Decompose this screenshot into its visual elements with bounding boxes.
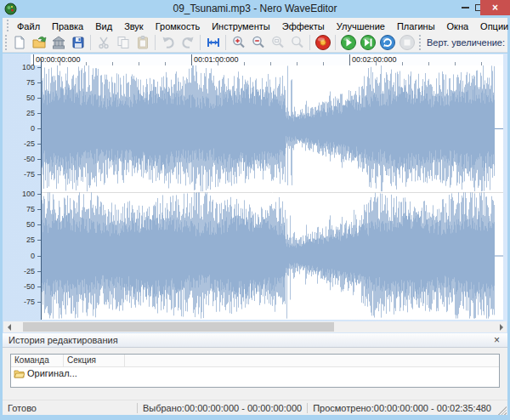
- menu-item-4[interactable]: Звук: [118, 20, 150, 33]
- record-icon: [314, 34, 332, 51]
- menu-item-2[interactable]: Правка: [46, 20, 89, 33]
- paste-icon: [135, 35, 150, 50]
- minimize-button[interactable]: [459, 0, 471, 15]
- close-button[interactable]: ×: [480, 0, 510, 15]
- axis-tick: [37, 209, 41, 210]
- audio-bank-icon: [51, 35, 66, 50]
- history-column-2[interactable]: Секция: [64, 355, 125, 366]
- titlebar: 09_Tsunami.mp3 - Nero WaveEditor ×: [0, 0, 510, 18]
- axis-label: 75: [6, 205, 35, 213]
- history-command: Оригинал...: [27, 368, 77, 378]
- menu-item-3[interactable]: Вид: [89, 20, 118, 33]
- stop-icon: [399, 34, 416, 51]
- axis-tick: [37, 128, 41, 129]
- history-column-1[interactable]: Команда: [11, 355, 64, 366]
- record-button[interactable]: [313, 34, 332, 52]
- open-icon: [31, 35, 47, 50]
- time-ruler[interactable]: 00:00:00:00000:01:00:00000:02:00:000: [31, 54, 503, 65]
- save-button[interactable]: [68, 34, 88, 52]
- menu-item-7[interactable]: Эффекты: [276, 20, 331, 33]
- scroll-right-arrow-icon[interactable]: [496, 321, 507, 332]
- play-icon: [340, 34, 357, 51]
- zoom-in-button[interactable]: [229, 34, 248, 52]
- toolbar-separator: [200, 35, 201, 50]
- toolbar-grip: [7, 20, 8, 31]
- status-bar: Готово Выбрано:00:00:00:000 - 00:00:00:0…: [3, 400, 507, 415]
- zoom-selection-icon: [270, 35, 286, 50]
- copy-button[interactable]: [113, 34, 133, 52]
- fit-width-icon: [206, 35, 221, 50]
- close-icon[interactable]: ×: [492, 334, 502, 346]
- zoom-out-icon: [251, 35, 266, 50]
- ruler-time-label: 00:00:00:000: [36, 55, 81, 64]
- history-panel: История редактирования × КомандаСекция О…: [3, 333, 507, 400]
- menu-item-11[interactable]: Опции: [474, 20, 510, 33]
- folder-icon: [14, 369, 25, 378]
- axis-label: 25: [6, 236, 35, 244]
- history-list: КомандаСекция Оригинал...: [10, 354, 500, 388]
- zoom-window-button[interactable]: [287, 34, 307, 52]
- waveform-panel: 00:00:00:00000:01:00:00000:02:00:000 100…: [3, 54, 507, 333]
- axis-label: -50: [6, 155, 35, 163]
- menu-item-5[interactable]: Громкость: [150, 20, 206, 33]
- ruler-major-tick: [191, 54, 192, 65]
- menu-item-9[interactable]: Плагины: [391, 20, 441, 33]
- audio-bank-button[interactable]: [48, 34, 68, 52]
- horizontal-scrollbar[interactable]: [3, 321, 507, 332]
- axis-tick: [37, 194, 41, 195]
- ruler-time-label: 00:02:00:000: [352, 55, 397, 64]
- undo-button[interactable]: [158, 34, 178, 52]
- axis-label: 75: [6, 78, 35, 87]
- axis-label: -25: [6, 139, 35, 148]
- axis-tick: [37, 271, 41, 272]
- axis-tick: [37, 302, 41, 303]
- save-icon: [71, 35, 86, 50]
- history-title: История редактирования: [8, 335, 492, 345]
- stop-button[interactable]: [397, 34, 416, 52]
- app-window: 09_Tsunami.mp3 - Nero WaveEditor × ФайлП…: [0, 0, 510, 420]
- toolbar-separator: [155, 35, 156, 50]
- redo-icon: [180, 35, 196, 50]
- paste-button[interactable]: [133, 34, 152, 52]
- axis-tick: [37, 144, 41, 145]
- scroll-left-arrow-icon[interactable]: [3, 321, 14, 332]
- loop-button[interactable]: [377, 34, 397, 52]
- undo-icon: [161, 35, 176, 50]
- toolbar-grip: [419, 35, 421, 50]
- toolbar-separator: [225, 35, 226, 50]
- cut-button[interactable]: [94, 34, 113, 52]
- new-button[interactable]: [9, 34, 29, 52]
- axis-label: 50: [6, 94, 35, 102]
- zoom-selection-button[interactable]: [268, 34, 287, 52]
- fit-width-button[interactable]: [203, 34, 223, 52]
- play-button[interactable]: [338, 34, 358, 52]
- status-selected-range: Выбрано:00:00:00:000 - 00:00:00:000: [137, 403, 307, 413]
- zoom-out-button[interactable]: [248, 34, 268, 52]
- menu-item-6[interactable]: Инструменты: [206, 20, 276, 33]
- zoom-in-icon: [231, 35, 246, 50]
- status-viewed-range: Просмотрено:00:00:00:000 - 00:02:35:480: [307, 403, 496, 413]
- axis-tick: [37, 174, 41, 175]
- open-button[interactable]: [29, 34, 48, 52]
- axis-label: 100: [6, 63, 35, 71]
- menubar: ФайлПравкаВидЗвукГромкостьИнструментыЭфф…: [3, 18, 507, 33]
- menu-item-10[interactable]: Окна: [441, 20, 475, 33]
- menu-item-8[interactable]: Улучшение: [331, 20, 391, 33]
- history-row[interactable]: Оригинал...: [11, 367, 499, 379]
- toolbar-separator: [309, 35, 310, 50]
- axis-label: -75: [6, 298, 35, 306]
- resize-grip[interactable]: [496, 405, 507, 415]
- toolbar: Верт. увеличение: 100% ▼: [3, 33, 507, 53]
- play-all-button[interactable]: [358, 34, 377, 52]
- scrollbar-thumb[interactable]: [23, 322, 334, 332]
- redo-button[interactable]: [178, 34, 197, 52]
- axis-tick: [37, 82, 41, 83]
- axis-tick: [37, 256, 41, 257]
- waveform-canvas[interactable]: [42, 65, 503, 320]
- play-all-icon: [360, 34, 377, 51]
- new-icon: [12, 35, 27, 50]
- window-title: 09_Tsunami.mp3 - Nero WaveEditor: [0, 3, 510, 14]
- menu-item-1[interactable]: Файл: [11, 20, 46, 33]
- ruler-time-label: 00:01:00:000: [194, 55, 239, 64]
- vertical-zoom-label: Верт. увеличение:: [427, 37, 505, 48]
